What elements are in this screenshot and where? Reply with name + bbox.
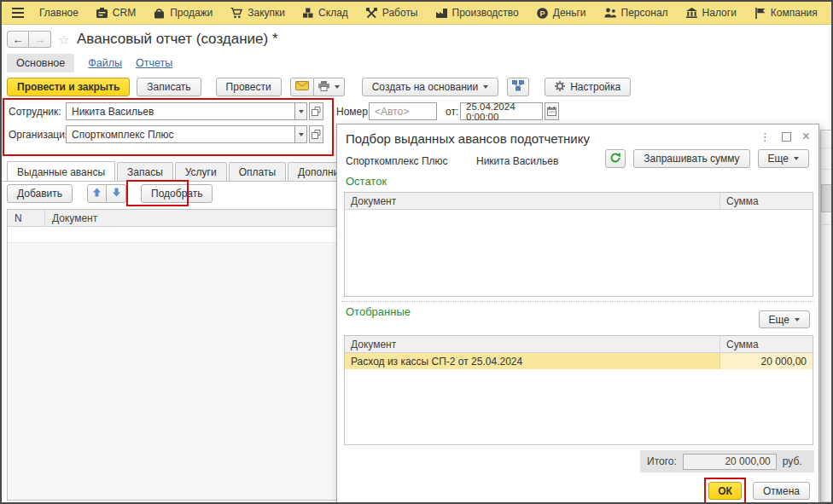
column-n[interactable]: N [8, 210, 45, 226]
settings-button[interactable]: Настройка [545, 78, 631, 96]
menu-label: CRM [113, 7, 136, 19]
cart-icon [230, 8, 242, 19]
date-input[interactable]: 25.04.2024 0:00:00 [460, 102, 543, 120]
dialog-maximize-button[interactable] [782, 132, 791, 142]
structure-icon [512, 80, 524, 94]
tab-oplaty[interactable]: Оплаты [229, 162, 286, 182]
tab-vydannye-avansy[interactable]: Выданные авансы [7, 161, 115, 182]
mail-button[interactable] [290, 78, 314, 96]
arrow-up-icon [92, 188, 102, 200]
menu-label: Продажи [170, 7, 213, 19]
arrow-down-icon [112, 188, 121, 200]
section-tabs: Выданные авансы Запасы Услуги Оплаты Доп… [7, 161, 383, 182]
menu-item-proizvodstvo[interactable]: Производство [436, 7, 519, 19]
crm-icon [96, 8, 108, 18]
tab-faily[interactable]: Файлы [88, 57, 122, 69]
add-button[interactable]: Добавить [7, 184, 73, 203]
scrollbar-divider [821, 148, 832, 148]
app-window: Главное CRM Продажи Закупки Склад [0, 0, 833, 504]
pick-advances-dialog: Подбор выданных авансов подотчетнику ⋮ ×… [336, 124, 819, 503]
menu-item-glavnoe[interactable]: Главное [39, 7, 79, 19]
menu-item-zakupki[interactable]: Закупки [230, 7, 285, 19]
structure-report-button[interactable] [507, 78, 529, 96]
column-sum[interactable]: Сумма [720, 336, 813, 352]
otobrannye-more-button[interactable]: Еще [759, 310, 810, 328]
forward-button[interactable]: → [29, 31, 51, 48]
menu-label: Закупки [248, 7, 285, 19]
dropdown-caret-icon [335, 85, 340, 89]
organization-dropdown-button[interactable] [294, 125, 307, 143]
number-input[interactable]: <Авто> [369, 102, 437, 120]
form-scrollbar[interactable] [820, 130, 833, 502]
main-menu-bar: Главное CRM Продажи Закупки Склад [2, 2, 831, 25]
ok-button[interactable]: ОК [708, 482, 742, 500]
otobrannye-table-header: Документ Сумма [345, 336, 813, 353]
menu-item-crm[interactable]: CRM [96, 7, 136, 19]
post-and-close-button[interactable]: Провести и закрыть [7, 78, 130, 96]
svg-text:P: P [539, 9, 545, 17]
dropdown-caret-icon [795, 318, 800, 322]
scrollbar-thumb[interactable] [821, 184, 832, 212]
section-toolbar: Добавить Подобрать [7, 184, 213, 203]
menu-label: Главное [39, 7, 79, 19]
tab-otchety[interactable]: Отчеты [136, 57, 172, 69]
mail-icon [295, 81, 309, 93]
row-document-cell[interactable]: Расход из кассы СП-2 от 25.04.2024 [345, 353, 720, 369]
tabstrip-divider [2, 181, 336, 182]
hamburger-menu-button[interactable] [12, 8, 24, 18]
ostatok-table: Документ Сумма [344, 192, 813, 297]
employee-dropdown-button[interactable] [294, 102, 307, 120]
command-toolbar: Провести и закрыть Записать Провести Соз… [7, 78, 631, 96]
tab-zapasy[interactable]: Запасы [117, 162, 173, 182]
calendar-icon [547, 104, 556, 119]
print-button[interactable] [314, 78, 345, 96]
menu-item-raboty[interactable]: Работы [366, 7, 418, 19]
column-document[interactable]: Документ [345, 336, 720, 352]
menu-label: Налоги [702, 7, 737, 19]
table-row-selected[interactable]: Расход из кассы СП-2 от 25.04.2024 20 00… [345, 353, 813, 369]
column-document[interactable]: Документ [345, 193, 720, 209]
money-coin-icon: P [537, 8, 548, 19]
employee-open-button[interactable] [309, 102, 323, 120]
ostatok-section-label: Остаток [346, 175, 387, 188]
save-button[interactable]: Записать [137, 78, 201, 96]
organization-input[interactable]: Спорткомплекс Плюс [66, 125, 294, 143]
tab-osnovnoe[interactable]: Основное [7, 54, 74, 72]
ostatok-table-header: Документ Сумма [345, 193, 813, 210]
calendar-button[interactable] [545, 102, 559, 120]
dialog-window-controls: ⋮ × [760, 130, 810, 143]
otobrannye-section-label: Отобранные [346, 305, 411, 318]
cancel-button[interactable]: Отмена [753, 482, 810, 500]
menu-item-kompaniya[interactable]: Компания [754, 7, 818, 19]
post-button[interactable]: Провести [216, 78, 282, 96]
organization-open-button[interactable] [309, 125, 323, 143]
scrollbar-divider [821, 224, 832, 225]
hamburger-icon [12, 8, 24, 18]
number-field-group: <Авто> [369, 102, 437, 120]
menu-item-nalogi[interactable]: Налоги [686, 7, 737, 19]
column-sum[interactable]: Сумма [720, 193, 813, 209]
back-button[interactable]: ← [7, 31, 29, 48]
settings-label: Настройка [570, 81, 620, 93]
document-nav-tabs: Основное Файлы Отчеты [7, 54, 172, 72]
menu-item-sklad[interactable]: Склад [303, 7, 348, 19]
dialog-menu-button[interactable]: ⋮ [760, 131, 771, 142]
employee-input[interactable]: Никита Васильев [66, 102, 294, 120]
open-link-icon [312, 104, 321, 119]
menu-item-dengi[interactable]: P Деньги [537, 7, 586, 19]
dialog-close-button[interactable]: × [802, 130, 810, 143]
move-up-button[interactable] [87, 184, 107, 203]
employee-field-group: Никита Васильев [66, 102, 323, 120]
row-sum-cell[interactable]: 20 000,00 [720, 353, 813, 369]
section-splitter[interactable] [341, 301, 814, 302]
favorite-star-icon[interactable]: ☆ [58, 32, 69, 48]
move-down-button[interactable] [107, 184, 126, 203]
menu-item-personal[interactable]: Персонал [604, 7, 668, 19]
tab-uslugi[interactable]: Услуги [175, 162, 227, 182]
create-based-on-button[interactable]: Создать на основании [362, 78, 499, 96]
menu-item-prodazhi[interactable]: Продажи [154, 7, 213, 19]
refresh-button[interactable] [605, 149, 626, 168]
request-sum-button[interactable]: Запрашивать сумму [633, 149, 749, 168]
dialog-more-button[interactable]: Еще [758, 149, 809, 168]
pick-button[interactable]: Подобрать [141, 184, 213, 203]
